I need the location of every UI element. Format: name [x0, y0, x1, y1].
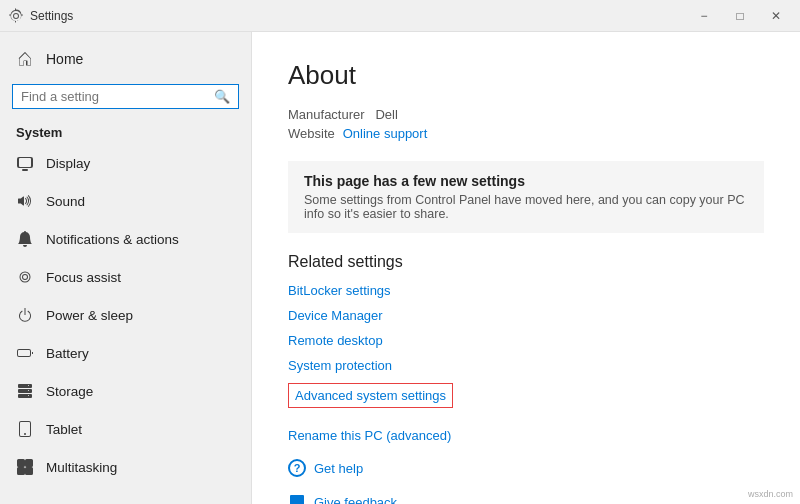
- main-content: About Manufacturer Dell Website Online s…: [252, 32, 800, 504]
- title-bar: Settings − □ ✕: [0, 0, 800, 32]
- sidebar-item-battery[interactable]: Battery: [0, 334, 251, 372]
- maximize-button[interactable]: □: [724, 4, 756, 28]
- display-label: Display: [46, 156, 90, 171]
- watermark: wsxdn.com: [745, 488, 796, 500]
- related-settings-title: Related settings: [288, 253, 764, 271]
- sidebar-item-focus[interactable]: Focus assist: [0, 258, 251, 296]
- give-feedback-link[interactable]: Give feedback: [314, 495, 397, 505]
- close-button[interactable]: ✕: [760, 4, 792, 28]
- storage-icon: [16, 382, 34, 400]
- multitasking-icon: [16, 458, 34, 476]
- website-link[interactable]: Online support: [343, 126, 428, 141]
- sidebar-item-multitasking[interactable]: Multitasking: [0, 448, 251, 486]
- sidebar-item-home[interactable]: Home: [0, 40, 251, 78]
- battery-icon: [16, 344, 34, 362]
- sound-label: Sound: [46, 194, 85, 209]
- website-row: Website Online support: [288, 126, 764, 141]
- rename-pc-link[interactable]: Rename this PC (advanced): [288, 428, 764, 443]
- get-help-icon: ?: [288, 459, 306, 477]
- system-protection-link[interactable]: System protection: [288, 358, 764, 373]
- search-box[interactable]: 🔍: [12, 84, 239, 109]
- page-title: About: [288, 60, 764, 91]
- sidebar-item-power[interactable]: Power & sleep: [0, 296, 251, 334]
- new-settings-title: This page has a few new settings: [304, 173, 748, 189]
- title-bar-left: Settings: [8, 8, 73, 24]
- focus-label: Focus assist: [46, 270, 121, 285]
- power-icon: [16, 306, 34, 324]
- battery-label: Battery: [46, 346, 89, 361]
- title-bar-title: Settings: [30, 9, 73, 23]
- sidebar: Home 🔍 System Display: [0, 32, 252, 504]
- home-label: Home: [46, 51, 83, 67]
- sidebar-item-tablet[interactable]: Tablet: [0, 410, 251, 448]
- display-icon: [16, 154, 34, 172]
- manufacturer-value: Dell: [375, 107, 397, 122]
- notifications-icon: [16, 230, 34, 248]
- get-help-link[interactable]: Get help: [314, 461, 363, 476]
- new-settings-banner: This page has a few new settings Some se…: [288, 161, 764, 233]
- website-label: Website: [288, 126, 335, 141]
- remote-desktop-link[interactable]: Remote desktop: [288, 333, 764, 348]
- tablet-label: Tablet: [46, 422, 82, 437]
- power-label: Power & sleep: [46, 308, 133, 323]
- new-settings-desc: Some settings from Control Panel have mo…: [304, 193, 748, 221]
- home-icon: [16, 50, 34, 68]
- app-container: Home 🔍 System Display: [0, 32, 800, 504]
- sidebar-item-notifications[interactable]: Notifications & actions: [0, 220, 251, 258]
- sidebar-item-display[interactable]: Display: [0, 144, 251, 182]
- sound-icon: [16, 192, 34, 210]
- sidebar-item-sound[interactable]: Sound: [0, 182, 251, 220]
- tablet-icon: [16, 420, 34, 438]
- manufacturer-row: Manufacturer Dell: [288, 107, 764, 122]
- manufacturer-label: Manufacturer: [288, 107, 365, 122]
- feedback-icon: [288, 493, 306, 504]
- storage-label: Storage: [46, 384, 93, 399]
- settings-app-icon: [8, 8, 24, 24]
- give-feedback-row: Give feedback: [288, 493, 764, 504]
- notifications-label: Notifications & actions: [46, 232, 179, 247]
- system-section-label: System: [0, 115, 251, 144]
- title-bar-controls: − □ ✕: [688, 4, 792, 28]
- search-input[interactable]: [21, 89, 208, 104]
- focus-icon: [16, 268, 34, 286]
- get-help-row: ? Get help: [288, 459, 764, 477]
- device-manager-link[interactable]: Device Manager: [288, 308, 764, 323]
- multitasking-label: Multitasking: [46, 460, 117, 475]
- advanced-system-settings-link[interactable]: Advanced system settings: [288, 383, 453, 408]
- sidebar-item-storage[interactable]: Storage: [0, 372, 251, 410]
- minimize-button[interactable]: −: [688, 4, 720, 28]
- bitlocker-link[interactable]: BitLocker settings: [288, 283, 764, 298]
- search-icon: 🔍: [214, 89, 230, 104]
